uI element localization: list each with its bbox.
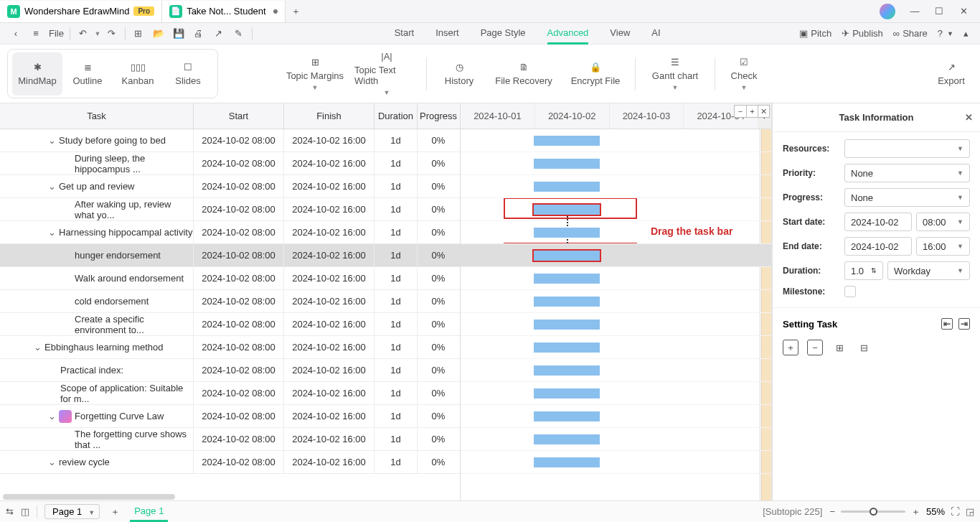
panel-close-button[interactable]: ✕ bbox=[965, 112, 973, 123]
file-recovery[interactable]: 🗎File Recovery bbox=[491, 50, 556, 98]
table-row[interactable]: cold endorsement2024-10-02 08:002024-10-… bbox=[0, 290, 460, 313]
fullscreen-icon[interactable]: ◲ bbox=[966, 506, 974, 517]
duration-unit-select[interactable]: Workday▼ bbox=[887, 261, 970, 280]
maximize-button[interactable]: ☐ bbox=[928, 1, 950, 22]
gantt-chart[interactable]: ☰Gantt chart▼ bbox=[643, 50, 707, 98]
add-page-button[interactable]: ＋ bbox=[107, 504, 123, 520]
undo-button[interactable]: ↶ bbox=[73, 24, 93, 43]
close-button[interactable]: ✕ bbox=[953, 1, 974, 22]
collapse-ribbon-button[interactable]: ▴ bbox=[963, 28, 969, 39]
endtime-input[interactable]: 16:00▼ bbox=[916, 237, 970, 256]
grid-plus-icon[interactable]: ⊞ bbox=[831, 340, 847, 355]
table-row[interactable]: ⌄Get up and review2024-10-02 08:002024-1… bbox=[0, 175, 460, 198]
menu-advanced[interactable]: Advanced bbox=[547, 23, 589, 45]
table-row[interactable]: During sleep, the hippocampus ...2024-10… bbox=[0, 152, 460, 175]
task-bar[interactable] bbox=[534, 251, 600, 261]
task-bar[interactable] bbox=[534, 434, 600, 444]
view-mindmap[interactable]: ✱MindMap bbox=[12, 52, 62, 95]
zoom-in-button[interactable]: + bbox=[746, 106, 758, 117]
duration-input[interactable]: 1.0⇅ bbox=[844, 261, 883, 280]
task-bar[interactable] bbox=[534, 365, 600, 376]
redo-button[interactable]: ↷ bbox=[102, 24, 122, 43]
task-bar[interactable] bbox=[534, 457, 600, 467]
publish-button[interactable]: ✈Publish bbox=[842, 28, 883, 39]
table-row[interactable]: Walk around endorsement2024-10-02 08:002… bbox=[0, 267, 460, 290]
menu-view[interactable]: View bbox=[610, 23, 630, 45]
zoom-out-button[interactable]: − bbox=[735, 106, 746, 117]
table-row[interactable]: After waking up, review what yo...2024-1… bbox=[0, 198, 460, 221]
zoom-in-icon[interactable]: ＋ bbox=[911, 505, 920, 518]
app-tab[interactable]: M Wondershare EdrawMind Pro bbox=[0, 1, 162, 22]
priority-select[interactable]: None▼ bbox=[844, 164, 970, 182]
task-bar[interactable] bbox=[534, 182, 600, 192]
table-row[interactable]: ⌄Ebbinghaus learning method2024-10-02 08… bbox=[0, 336, 460, 359]
task-bar[interactable] bbox=[534, 159, 600, 169]
task-bar[interactable] bbox=[534, 274, 600, 284]
menu-pagestyle[interactable]: Page Style bbox=[481, 23, 526, 45]
grid-minus-icon[interactable]: ⊟ bbox=[856, 340, 872, 355]
new-file-icon[interactable]: ⊞ bbox=[128, 24, 149, 43]
new-tab-button[interactable]: ＋ bbox=[286, 5, 307, 18]
user-avatar[interactable] bbox=[880, 4, 895, 19]
enddate-input[interactable]: 2024-10-02 bbox=[844, 237, 912, 256]
outline-toggle-icon[interactable]: ⇆ bbox=[6, 506, 14, 517]
file-menu[interactable]: File bbox=[46, 28, 67, 39]
export-icon[interactable]: ↗ bbox=[209, 24, 229, 43]
pitch-button[interactable]: ▣Pitch bbox=[799, 28, 831, 39]
active-page-tab[interactable]: Page 1 bbox=[130, 502, 168, 522]
task-bar[interactable] bbox=[534, 320, 600, 330]
view-outline[interactable]: ≣Outline bbox=[62, 52, 113, 95]
col-start[interactable]: Start bbox=[194, 103, 284, 129]
menu-insert[interactable]: Insert bbox=[435, 23, 459, 45]
table-row[interactable]: The forgetting curve shows that ...2024-… bbox=[0, 428, 460, 451]
help-button[interactable]: ?▼ bbox=[938, 28, 953, 39]
table-row[interactable]: ⌄Study before going to bed2024-10-02 08:… bbox=[0, 129, 460, 152]
milestone-checkbox[interactable] bbox=[844, 286, 856, 297]
menu-icon[interactable]: ≡ bbox=[26, 24, 46, 43]
share-button[interactable]: ∞Share bbox=[893, 28, 928, 39]
starttime-input[interactable]: 08:00▼ bbox=[916, 213, 970, 231]
table-row[interactable]: ⌄Harnessing hippocampal activity2024-10-… bbox=[0, 221, 460, 244]
remove-task-button[interactable]: − bbox=[807, 340, 823, 355]
task-bar[interactable] bbox=[534, 297, 600, 307]
save-icon[interactable]: 💾 bbox=[169, 24, 189, 43]
export-button[interactable]: ↗Export bbox=[930, 45, 973, 103]
chevron-down-icon[interactable]: ⌄ bbox=[46, 135, 57, 146]
table-row[interactable]: Practical index:2024-10-02 08:002024-10-… bbox=[0, 359, 460, 382]
encrypt-file[interactable]: 🔒Encrypt File bbox=[563, 50, 628, 98]
indent-left-icon[interactable]: ⇤ bbox=[941, 318, 953, 330]
minimize-button[interactable]: — bbox=[904, 1, 925, 22]
task-bar[interactable] bbox=[534, 205, 600, 215]
edit-icon[interactable]: ✎ bbox=[229, 24, 249, 43]
zoom-slider[interactable] bbox=[841, 511, 905, 513]
view-kanban[interactable]: ▯▯▯Kanban bbox=[113, 52, 163, 95]
table-row[interactable]: ⌄review cycle2024-10-02 08:002024-10-02 … bbox=[0, 451, 460, 474]
col-progress[interactable]: Progress bbox=[418, 103, 459, 129]
table-row[interactable]: ⌄Forgetting Curve Law2024-10-02 08:00202… bbox=[0, 405, 460, 428]
print-icon[interactable]: 🖨 bbox=[189, 24, 209, 43]
page-select[interactable]: Page 1▼ bbox=[44, 504, 100, 519]
task-bar[interactable] bbox=[534, 411, 600, 421]
chevron-down-icon[interactable]: ⌄ bbox=[46, 227, 57, 238]
chevron-down-icon[interactable]: ⌄ bbox=[32, 342, 43, 353]
menu-ai[interactable]: AI bbox=[651, 23, 660, 45]
fit-icon[interactable]: ⛶ bbox=[951, 506, 960, 517]
table-row[interactable]: hunger endorsement2024-10-02 08:002024-1… bbox=[0, 244, 460, 267]
undo-dropdown[interactable]: ▼ bbox=[93, 24, 102, 43]
table-row[interactable]: Create a specific environment to...2024-… bbox=[0, 313, 460, 336]
chevron-down-icon[interactable]: ⌄ bbox=[46, 457, 57, 467]
resources-select[interactable]: ▼ bbox=[844, 139, 970, 158]
task-bar[interactable] bbox=[534, 136, 600, 146]
topic-text-width[interactable]: |A|Topic Text Width▼ bbox=[354, 50, 419, 98]
open-icon[interactable]: 📂 bbox=[149, 24, 169, 43]
col-task[interactable]: Task bbox=[0, 103, 194, 129]
task-bar[interactable] bbox=[534, 388, 600, 399]
col-finish[interactable]: Finish bbox=[284, 103, 374, 129]
view-slides[interactable]: ☐Slides bbox=[163, 52, 213, 95]
progress-select[interactable]: None▼ bbox=[844, 188, 970, 207]
task-bar[interactable] bbox=[534, 342, 600, 353]
add-task-button[interactable]: + bbox=[783, 340, 798, 355]
menu-start[interactable]: Start bbox=[395, 23, 414, 45]
table-row[interactable]: Scope of application: Suitable for m...2… bbox=[0, 382, 460, 405]
col-duration[interactable]: Duration bbox=[374, 103, 418, 129]
